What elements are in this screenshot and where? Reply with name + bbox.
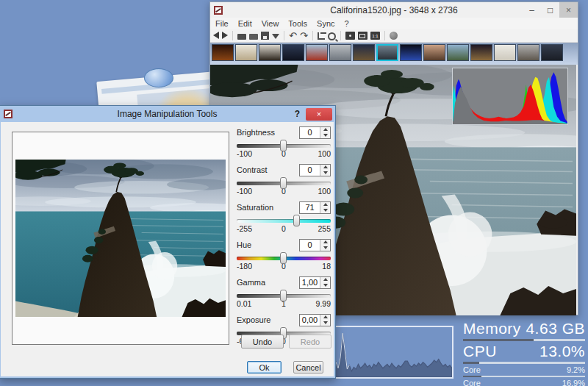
cpu-row: CPU 13.0% bbox=[463, 343, 585, 361]
spin-up-icon[interactable] bbox=[320, 277, 330, 283]
slideshow-button[interactable] bbox=[345, 32, 355, 40]
gamma-spinbox[interactable]: 1,00 bbox=[299, 276, 331, 289]
undo-button[interactable]: Undo bbox=[241, 335, 284, 349]
menu-file[interactable]: File bbox=[215, 19, 229, 28]
menu-view[interactable]: View bbox=[262, 19, 279, 28]
dialog-titlebar[interactable]: Image Manipulation Tools ? × bbox=[0, 106, 335, 122]
spin-up-icon[interactable] bbox=[320, 202, 330, 208]
core-bar bbox=[463, 376, 585, 377]
toolbar-separator bbox=[284, 31, 284, 40]
slider-handle[interactable] bbox=[280, 252, 287, 264]
toolbar-separator bbox=[312, 31, 313, 40]
ok-button[interactable]: Ok bbox=[247, 361, 282, 374]
spin-down-icon[interactable] bbox=[320, 282, 330, 288]
actual-size-button[interactable]: 1:1 bbox=[370, 32, 380, 40]
histogram-overlay bbox=[452, 68, 568, 125]
brightness-spinbox[interactable]: 0 bbox=[299, 126, 331, 139]
thumbnail-fire[interactable] bbox=[212, 44, 234, 61]
spin-down-icon[interactable] bbox=[320, 245, 330, 251]
thumbnail-city-edge[interactable] bbox=[541, 44, 563, 61]
thumbnail-cathedral[interactable] bbox=[517, 44, 539, 61]
thumbnail-sunglasses[interactable] bbox=[423, 44, 445, 61]
spin-up-icon[interactable] bbox=[320, 315, 330, 321]
dialog-body: Brightness 0 -1000100 Contrast 0 -100010… bbox=[1, 122, 334, 376]
menu-tools[interactable]: Tools bbox=[288, 19, 307, 28]
thumbnail-lone-cypress[interactable] bbox=[376, 44, 398, 61]
thumbnail-night-flare[interactable] bbox=[400, 44, 422, 61]
adjustment-controls: Brightness 0 -1000100 Contrast 0 -100010… bbox=[237, 126, 331, 351]
spin-down-icon[interactable] bbox=[320, 132, 330, 138]
spin-down-icon[interactable] bbox=[320, 170, 330, 176]
close-button[interactable]: × bbox=[559, 2, 578, 18]
memory-row: Memory 4.63 GB bbox=[463, 320, 585, 338]
open-folder-button[interactable] bbox=[249, 34, 258, 40]
thumbnail-night-street[interactable] bbox=[470, 44, 492, 61]
memory-label: Memory bbox=[463, 320, 521, 337]
minimize-button[interactable]: – bbox=[523, 2, 541, 18]
slider-handle[interactable] bbox=[293, 215, 300, 226]
fullscreen-button[interactable] bbox=[358, 32, 368, 40]
dialog-close-button[interactable]: × bbox=[306, 108, 332, 121]
dialog-title: Image Manipulation Tools bbox=[0, 109, 335, 119]
rotate-left-button[interactable]: ↶ bbox=[289, 31, 297, 40]
thumbnail-art-panel[interactable] bbox=[235, 44, 257, 61]
thumbnail-sketch[interactable] bbox=[494, 44, 516, 61]
system-monitor: Memory 4.63 GB CPU 13.0% Core 9.2% Core … bbox=[463, 320, 585, 386]
image-manipulation-dialog: Image Manipulation Tools ? × Brightness … bbox=[0, 105, 336, 379]
control-brightness: Brightness 0 -1000100 bbox=[237, 126, 331, 158]
hue-slider[interactable] bbox=[237, 257, 331, 260]
hue-spinbox[interactable]: 0 bbox=[299, 239, 331, 251]
redo-button[interactable]: Redo bbox=[289, 335, 331, 349]
thumbnail-road[interactable] bbox=[329, 44, 351, 61]
memory-bar bbox=[463, 339, 585, 341]
slider-handle[interactable] bbox=[280, 290, 287, 301]
control-gamma: Gamma 1,00 0.0119.99 bbox=[237, 276, 331, 308]
rgb-histogram bbox=[453, 69, 567, 124]
memory-value: 4.63 GB bbox=[526, 320, 585, 337]
filter-button[interactable] bbox=[272, 34, 279, 39]
spin-up-icon[interactable] bbox=[320, 165, 330, 171]
cpu-sparkline bbox=[329, 327, 452, 377]
thumbnail-golden-gate[interactable] bbox=[306, 44, 328, 61]
spin-up-icon[interactable] bbox=[320, 240, 330, 246]
viewer-titlebar[interactable]: Califorina1520.jpg - 3648 x 2736 – □ × bbox=[210, 2, 578, 18]
core-label: Core bbox=[463, 379, 481, 386]
maximize-button[interactable]: □ bbox=[541, 2, 559, 18]
menu-sync[interactable]: Sync bbox=[317, 19, 334, 28]
rotate-right-button[interactable]: ↷ bbox=[300, 31, 308, 40]
thumbnail-city-night[interactable] bbox=[353, 44, 375, 61]
web-button[interactable] bbox=[390, 32, 398, 40]
save-button[interactable] bbox=[261, 32, 269, 40]
thumbnail-palm-street[interactable] bbox=[447, 44, 469, 61]
spin-up-icon[interactable] bbox=[320, 127, 330, 133]
slider-handle[interactable] bbox=[280, 140, 287, 151]
toolbar-separator bbox=[232, 31, 233, 40]
core-value: 16.9% bbox=[562, 379, 585, 386]
thumbnail-carving[interactable] bbox=[259, 44, 281, 61]
control-saturation: Saturation 71 -2550255 bbox=[237, 201, 331, 233]
contrast-spinbox[interactable]: 0 bbox=[299, 164, 331, 176]
spin-down-icon[interactable] bbox=[320, 207, 330, 213]
cpu-history-graph bbox=[328, 326, 453, 379]
control-contrast: Contrast 0 -1000100 bbox=[237, 163, 331, 196]
preview-photo bbox=[15, 160, 226, 317]
menu-help[interactable]: ? bbox=[345, 19, 349, 28]
contrast-slider[interactable] bbox=[237, 182, 331, 185]
menu-edit[interactable]: Edit bbox=[238, 19, 252, 28]
gamma-slider[interactable] bbox=[237, 294, 331, 298]
saturation-spinbox[interactable]: 71 bbox=[299, 201, 331, 214]
help-button[interactable]: ? bbox=[295, 109, 300, 119]
saturation-slider[interactable] bbox=[237, 219, 331, 223]
zoom-button[interactable] bbox=[328, 32, 336, 40]
back-button[interactable] bbox=[213, 32, 219, 39]
cancel-button[interactable]: Cancel bbox=[293, 361, 323, 374]
cpu-value: 13.0% bbox=[539, 343, 585, 360]
spin-down-icon[interactable] bbox=[320, 320, 330, 326]
slider-handle[interactable] bbox=[280, 177, 287, 189]
exposure-spinbox[interactable]: 0,00 bbox=[299, 314, 331, 326]
brightness-slider[interactable] bbox=[237, 144, 331, 148]
open-file-button[interactable] bbox=[237, 34, 246, 40]
thumbnail-dark-arch[interactable] bbox=[282, 44, 304, 61]
crop-button[interactable] bbox=[318, 32, 325, 40]
forward-button[interactable] bbox=[222, 32, 228, 39]
